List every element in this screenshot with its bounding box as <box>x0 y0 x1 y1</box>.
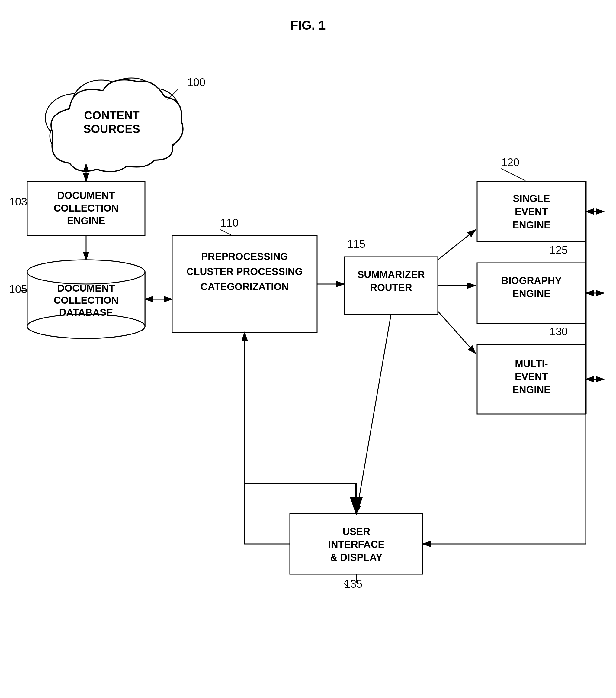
svg-text:DOCUMENT: DOCUMENT <box>57 190 115 201</box>
svg-text:EVENT: EVENT <box>515 371 548 382</box>
svg-point-5 <box>104 78 159 122</box>
svg-text:INTERFACE: INTERFACE <box>328 539 384 550</box>
ref-135-label: 135 <box>344 578 362 590</box>
ref-110-label: 110 <box>220 217 239 229</box>
svg-text:MULTI-: MULTI- <box>515 358 548 369</box>
ui-box <box>290 514 423 574</box>
svg-text:CATEGORIZATION: CATEGORIZATION <box>201 281 289 292</box>
svg-text:SINGLE: SINGLE <box>513 193 550 204</box>
svg-text:& DISPLAY: & DISPLAY <box>330 552 383 563</box>
svg-line-59 <box>356 314 391 514</box>
ref-100-label: 100 <box>187 76 205 88</box>
mee-box <box>477 345 586 414</box>
svg-point-3 <box>45 94 106 142</box>
svg-point-10 <box>63 97 160 145</box>
svg-text:COLLECTION: COLLECTION <box>54 203 118 214</box>
svg-point-19 <box>27 314 145 338</box>
svg-text:ENGINE: ENGINE <box>513 288 551 299</box>
svg-point-8 <box>88 118 148 159</box>
svg-point-23 <box>27 260 145 284</box>
ref-125-label: 125 <box>549 244 568 256</box>
diagram-container: FIG. 1 <box>0 0 616 698</box>
preprocessing-box <box>172 236 317 332</box>
svg-line-48 <box>438 311 476 353</box>
svg-line-41 <box>438 229 476 260</box>
dce-box <box>27 181 145 236</box>
ref-120-label: 120 <box>501 156 519 169</box>
ref-105-label: 105 <box>9 283 27 295</box>
svg-text:ENGINE: ENGINE <box>513 384 551 395</box>
svg-point-24 <box>27 314 145 338</box>
svg-point-4 <box>72 80 130 125</box>
figure-title: FIG. 1 <box>290 18 326 33</box>
svg-text:BIOGRAPHY: BIOGRAPHY <box>501 275 562 286</box>
svg-text:USER: USER <box>342 526 370 537</box>
sr-box <box>344 257 438 314</box>
svg-text:ENGINE: ENGINE <box>513 219 551 231</box>
svg-text:DOCUMENT: DOCUMENT <box>57 282 115 294</box>
svg-line-30 <box>220 229 239 239</box>
svg-text:PREPROCESSING: PREPROCESSING <box>201 251 288 262</box>
content-sources-label2: SOURCES <box>83 123 140 135</box>
svg-line-11 <box>168 89 178 100</box>
bio-box <box>477 263 586 323</box>
svg-line-58 <box>344 583 349 588</box>
svg-text:CLUSTER PROCESSING: CLUSTER PROCESSING <box>186 266 303 277</box>
ref-130-label: 130 <box>549 325 568 338</box>
svg-rect-20 <box>27 272 145 326</box>
ref-103-label: 103 <box>9 195 27 208</box>
dcdb-box <box>27 272 145 326</box>
ref-115-label: 115 <box>347 238 366 250</box>
svg-text:COLLECTION: COLLECTION <box>54 295 118 306</box>
content-sources-label: CONTENT <box>84 109 140 122</box>
svg-point-9 <box>50 115 107 157</box>
svg-text:DATABASE: DATABASE <box>59 307 113 318</box>
cloud-shape <box>45 78 183 172</box>
svg-line-37 <box>501 169 526 181</box>
svg-point-18 <box>27 260 145 284</box>
svg-point-6 <box>128 88 180 135</box>
svg-text:SUMMARIZER: SUMMARIZER <box>357 269 425 280</box>
svg-point-7 <box>124 111 178 155</box>
diagram-svg: 100 CONTENT SOURCES DOCUMENT COLLECTION … <box>0 0 616 698</box>
svg-text:ROUTER: ROUTER <box>370 282 412 293</box>
svg-text:ENGINE: ENGINE <box>67 215 105 226</box>
see-box <box>477 181 586 242</box>
svg-text:EVENT: EVENT <box>515 206 548 217</box>
